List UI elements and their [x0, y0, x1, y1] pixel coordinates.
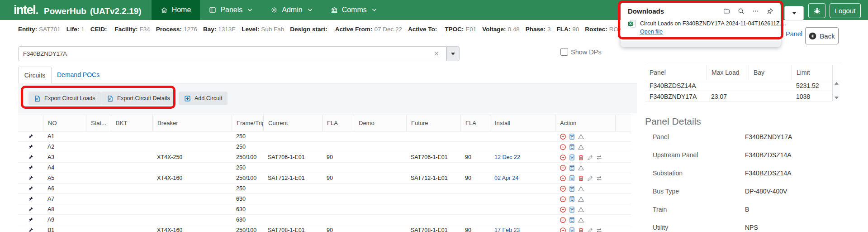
add-circuit-button[interactable]: Add Circuit: [179, 92, 228, 105]
pushpin-icon[interactable]: [28, 227, 33, 232]
delete-icon[interactable]: [578, 227, 584, 232]
pushpin-icon[interactable]: [28, 165, 33, 171]
triangle-icon[interactable]: [578, 185, 584, 192]
info-item: Bay:1313E: [203, 26, 236, 33]
remove-icon[interactable]: [560, 206, 566, 213]
edit-icon[interactable]: [587, 154, 593, 161]
pushpin-icon[interactable]: [28, 196, 33, 202]
info-label: Voltage:: [482, 26, 506, 33]
edit-icon[interactable]: [587, 227, 593, 232]
bug-report-button[interactable]: [808, 3, 825, 18]
panels-table-header: PanelMax LoadBayLimit: [645, 65, 840, 80]
info-label: Process:: [156, 26, 182, 33]
pushpin-icon[interactable]: [28, 134, 33, 140]
report-icon[interactable]: [569, 217, 575, 223]
pushpin-icon[interactable]: [28, 155, 33, 160]
remove-icon[interactable]: [560, 227, 566, 232]
info-value: 0.48: [508, 26, 519, 33]
info-item: Facility:F34: [115, 26, 150, 33]
triangle-icon[interactable]: [578, 206, 584, 213]
logout-button[interactable]: Logout: [830, 3, 861, 18]
triangle-icon[interactable]: [578, 164, 584, 171]
search-dropdown-button[interactable]: [446, 46, 460, 61]
remove-icon[interactable]: [560, 154, 566, 161]
pushpin-icon[interactable]: [28, 175, 33, 181]
remove-icon[interactable]: [560, 217, 566, 223]
column-header: Future: [406, 115, 460, 131]
report-icon[interactable]: [569, 185, 575, 192]
export-circuit-loads-button[interactable]: x Export Circuit Loads: [28, 92, 101, 105]
triangle-icon[interactable]: [578, 144, 584, 150]
scroll-down-icon[interactable]: [835, 97, 839, 99]
report-icon[interactable]: [569, 206, 575, 213]
scroll-up-icon[interactable]: [835, 82, 839, 85]
cell-no: A8: [43, 206, 86, 213]
report-icon[interactable]: [569, 196, 575, 203]
remove-icon[interactable]: [560, 185, 566, 192]
detail-label: Substation: [653, 169, 745, 177]
column-header: Max Load: [707, 65, 749, 80]
pushpin-icon[interactable]: [28, 207, 33, 213]
menu-item-panels[interactable]: Panels: [200, 0, 261, 20]
download-item[interactable]: X Circuit Loads on F340BZNDY17A 2024-11-…: [621, 15, 781, 35]
pushpin-icon[interactable]: [28, 217, 33, 223]
back-button[interactable]: Back: [805, 27, 839, 44]
pushpin-icon[interactable]: [28, 144, 33, 150]
panel-row[interactable]: F340BZNDY17A23.071038: [645, 91, 832, 102]
info-value: E01: [465, 26, 476, 33]
menu-item-label: Home: [172, 6, 191, 14]
tab-circuits[interactable]: Circuits: [18, 67, 52, 83]
app-version: (UATv2.2.19): [90, 6, 142, 16]
swap-icon[interactable]: [596, 175, 602, 182]
export-circuit-details-button[interactable]: x Export Circuit Details: [101, 92, 175, 105]
swap-icon[interactable]: [596, 154, 602, 161]
info-item: Active To:: [408, 26, 439, 33]
report-icon[interactable]: [569, 164, 575, 171]
triangle-icon[interactable]: [578, 217, 584, 223]
remove-icon[interactable]: [560, 164, 566, 171]
triangle-icon[interactable]: [578, 133, 584, 140]
triangle-icon[interactable]: [578, 196, 584, 203]
report-icon[interactable]: [569, 154, 575, 161]
remove-icon[interactable]: [560, 196, 566, 203]
clear-search-icon[interactable]: [433, 50, 440, 57]
search-icon[interactable]: [738, 8, 745, 14]
panel-link[interactable]: Panel: [786, 30, 802, 38]
report-icon[interactable]: [569, 144, 575, 150]
cell-frame_trip: 250: [232, 164, 263, 171]
panel-search-input[interactable]: [18, 46, 446, 61]
column-header-scroll: [832, 65, 840, 80]
cell-current: SAT706-1-E01: [263, 154, 322, 160]
navbar-dropdown-button[interactable]: [784, 6, 804, 20]
panel-row[interactable]: F340BZDSZ14A5231.52: [645, 80, 832, 91]
menu-item-home[interactable]: Home: [152, 0, 200, 20]
report-icon[interactable]: [569, 227, 575, 232]
tab-demand-pocs[interactable]: Demand POCs: [54, 67, 102, 83]
svg-text:X: X: [629, 22, 632, 26]
more-icon[interactable]: [752, 8, 759, 14]
menu-item-comms[interactable]: Comms: [322, 0, 386, 20]
info-label: Life:: [66, 26, 80, 33]
open-file-link[interactable]: Open file: [640, 29, 663, 35]
remove-icon[interactable]: [560, 133, 566, 140]
cell-panel: F340BZDSZ14A: [645, 82, 707, 89]
cell-fla: 90: [322, 175, 354, 181]
column-header: [615, 115, 631, 131]
report-icon[interactable]: [569, 133, 575, 140]
remove-icon[interactable]: [560, 175, 566, 182]
remove-icon[interactable]: [560, 144, 566, 150]
edit-icon[interactable]: [587, 175, 593, 182]
delete-icon[interactable]: [578, 154, 584, 161]
menu-item-admin[interactable]: Admin: [261, 0, 321, 20]
pin-icon[interactable]: [767, 8, 773, 14]
show-dps-checkbox[interactable]: [560, 48, 568, 56]
report-icon[interactable]: [569, 175, 575, 182]
panels-table-scrollbar[interactable]: [832, 80, 840, 101]
swap-icon[interactable]: [596, 227, 602, 232]
cell-fla2: 90: [460, 175, 490, 181]
delete-icon[interactable]: [578, 175, 584, 182]
info-label: FLA:: [557, 26, 571, 33]
pushpin-icon[interactable]: [28, 186, 33, 192]
folder-icon[interactable]: [723, 8, 730, 14]
pin-cell: [18, 186, 43, 192]
